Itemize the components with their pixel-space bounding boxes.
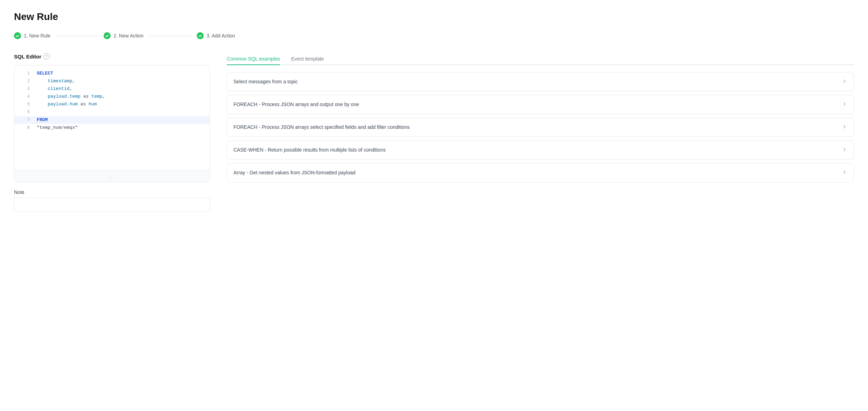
step-1-label: 1. New Rule [24, 33, 50, 39]
step-3-label: 3. Add Action [206, 33, 235, 39]
tab-event-template[interactable]: Event template [291, 53, 324, 65]
step-2-check-icon [104, 32, 111, 39]
example-item-2[interactable]: FOREACH - Process JSON arrays and output… [227, 95, 854, 114]
example-item-3[interactable]: FOREACH - Process JSON arrays select spe… [227, 118, 854, 137]
examples-list: Select messages from a topic FOREACH - P… [227, 72, 854, 182]
chevron-right-icon-2 [842, 101, 847, 108]
tab-common-sql[interactable]: Common SQL examples [227, 53, 280, 65]
step-3: 3. Add Action [197, 32, 235, 39]
step-1: 1. New Rule [14, 32, 50, 39]
step-1-check-icon [14, 32, 21, 39]
code-line-1: 1 SELECT [14, 70, 210, 77]
chevron-right-icon-3 [842, 124, 847, 131]
step-2-label: 2. New Action [113, 33, 144, 39]
code-line-4: 4 payload.temp as temp, [14, 93, 210, 100]
code-line-5: 5 payload.hum as hum [14, 100, 210, 108]
main-content: SQL Editor ? 1 SELECT 2 timestamp, 3 cli… [14, 53, 854, 212]
sql-editor-label: SQL Editor ? [14, 53, 210, 60]
example-text-4: CASE-WHEN - Return possible results from… [233, 146, 386, 154]
sql-editor[interactable]: 1 SELECT 2 timestamp, 3 clientid, 4 payl… [14, 65, 210, 182]
right-panel: Common SQL examples Event template Selec… [227, 53, 854, 182]
code-line-8: 8 "temp_hum/emqx" [14, 124, 210, 132]
code-line-7: 7 FROM [14, 116, 210, 124]
note-label: Note [14, 189, 210, 195]
example-text-1: Select messages from a topic [233, 78, 298, 85]
editor-footer: ... [14, 170, 210, 182]
note-input[interactable] [14, 198, 210, 212]
editor-dots: ... [108, 174, 116, 179]
example-item-5[interactable]: Array - Get nested values from JSON-form… [227, 163, 854, 182]
code-line-2: 2 timestamp, [14, 77, 210, 85]
chevron-right-icon-1 [842, 78, 847, 85]
page-title: New Rule [14, 11, 854, 22]
stepper: 1. New Rule 2. New Action 3. Add Action [14, 32, 854, 39]
example-text-5: Array - Get nested values from JSON-form… [233, 169, 356, 176]
example-text-2: FOREACH - Process JSON arrays and output… [233, 101, 359, 108]
help-icon[interactable]: ? [43, 53, 50, 60]
sql-editor-body[interactable]: 1 SELECT 2 timestamp, 3 clientid, 4 payl… [14, 65, 210, 170]
example-item-1[interactable]: Select messages from a topic [227, 72, 854, 91]
step-line-1 [56, 36, 98, 36]
tabs: Common SQL examples Event template [227, 53, 854, 65]
example-text-3: FOREACH - Process JSON arrays select spe… [233, 124, 410, 131]
chevron-right-icon-4 [842, 147, 847, 153]
step-2: 2. New Action [104, 32, 144, 39]
code-line-6: 6 [14, 108, 210, 116]
code-line-3: 3 clientid, [14, 85, 210, 93]
step-line-2 [149, 36, 191, 36]
step-3-check-icon [197, 32, 204, 39]
chevron-right-icon-5 [842, 169, 847, 176]
example-item-4[interactable]: CASE-WHEN - Return possible results from… [227, 140, 854, 160]
left-panel: SQL Editor ? 1 SELECT 2 timestamp, 3 cli… [14, 53, 210, 212]
